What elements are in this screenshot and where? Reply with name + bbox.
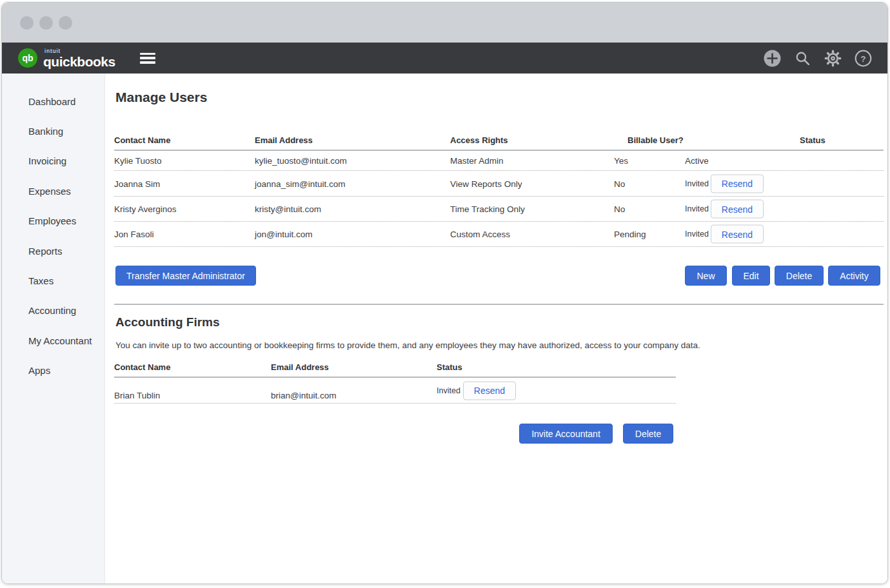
svg-text:?: ? <box>861 54 866 63</box>
col-status: Status <box>437 362 462 372</box>
sidebar-item-employees[interactable]: Employees <box>2 206 104 236</box>
sidebar-item-invoicing[interactable]: Invoicing <box>2 146 104 176</box>
section-divider <box>114 304 884 305</box>
content-area: Manage Users Contact Name Email Address … <box>105 74 887 583</box>
accounting-firms-table: Contact Name Email Address Status Brian … <box>114 361 676 404</box>
table-row[interactable]: Kylie Tuosto kylie_tuosto@intuit.com Mas… <box>114 151 884 171</box>
resend-button[interactable]: Resend <box>463 381 516 400</box>
cell-billable-user: No <box>614 204 625 214</box>
sidebar-item-my-accountant[interactable]: My Accountant <box>2 326 104 355</box>
activity-button[interactable]: Activity <box>828 266 880 286</box>
col-billable-user: Billable User? <box>628 135 684 145</box>
table-row[interactable]: Brian Tublin brian@intuit.com Invited Re… <box>114 378 676 404</box>
brand-quickbooks-label: quickbooks <box>43 55 115 68</box>
col-contact-name: Contact Name <box>114 135 170 145</box>
resend-button[interactable]: Resend <box>711 200 764 219</box>
cell-contact-name: Jon Fasoli <box>114 230 154 239</box>
cell-email-address: kylie_tuosto@intuit.com <box>255 156 347 166</box>
quickbooks-logo: qb intuit quickbooks <box>17 48 115 68</box>
main-area: Dashboard Banking Invoicing Expenses Emp… <box>2 74 887 583</box>
app-header: qb intuit quickbooks <box>2 43 887 74</box>
cell-contact-name: Brian Tublin <box>114 391 160 400</box>
col-contact-name: Contact Name <box>114 362 170 372</box>
sidebar-item-reports[interactable]: Reports <box>2 236 104 266</box>
cell-billable-user: No <box>614 179 625 188</box>
status-badge: Invited <box>685 204 709 213</box>
cell-email-address: kristy@intuit.com <box>255 204 321 214</box>
sidebar-item-apps[interactable]: Apps <box>2 356 104 386</box>
svg-text:qb: qb <box>22 53 33 63</box>
col-access-rights: Access Rights <box>450 135 508 145</box>
accounting-firms-title: Accounting Firms <box>115 315 220 329</box>
sidebar-item-banking[interactable]: Banking <box>2 116 104 146</box>
cell-contact-name: Kylie Tuosto <box>114 156 162 166</box>
cell-contact-name: Kristy Averginos <box>114 204 177 214</box>
sidebar-item-expenses[interactable]: Expenses <box>2 176 104 206</box>
qb-logo-icon: qb <box>17 48 38 68</box>
invite-accountant-button[interactable]: Invite Accountant <box>519 424 613 444</box>
create-plus-icon[interactable] <box>764 50 781 67</box>
brand-intuit-label: intuit <box>44 48 115 54</box>
window-zoom-button[interactable] <box>59 16 72 30</box>
resend-button[interactable]: Resend <box>711 225 764 244</box>
gear-icon[interactable] <box>824 50 842 67</box>
search-icon[interactable] <box>794 50 811 67</box>
sidebar-item-taxes[interactable]: Taxes <box>2 266 104 295</box>
cell-access-rights: Time Tracking Only <box>450 204 525 214</box>
table-row[interactable]: Jon Fasoli jon@intuit.com Custom Access … <box>114 222 884 247</box>
status-badge: Invited <box>685 230 709 239</box>
col-email-address: Email Address <box>255 135 313 145</box>
sidebar-item-accounting[interactable]: Accounting <box>2 296 104 326</box>
page-title: Manage Users <box>115 90 207 105</box>
col-status: Status <box>800 135 826 145</box>
sidebar-item-dashboard[interactable]: Dashboard <box>2 86 104 116</box>
new-button[interactable]: New <box>685 266 727 286</box>
cell-access-rights: Custom Access <box>450 230 510 239</box>
cell-billable-user: Pending <box>614 230 646 239</box>
window-titlebar <box>2 3 887 43</box>
sidebar: Dashboard Banking Invoicing Expenses Emp… <box>2 74 105 583</box>
help-icon[interactable]: ? <box>855 50 872 67</box>
manage-users-table-header: Contact Name Email Address Access Rights… <box>114 132 884 151</box>
col-email-address: Email Address <box>271 362 329 372</box>
edit-button[interactable]: Edit <box>732 266 770 286</box>
window-minimize-button[interactable] <box>39 16 53 30</box>
status-badge: Invited <box>437 386 460 395</box>
appbar-icon-group: ? <box>751 50 872 67</box>
status-badge: Active <box>685 156 709 166</box>
status-badge: Invited <box>685 179 709 188</box>
cell-billable-user: Yes <box>614 156 628 166</box>
accounting-firms-description: You can invite up to two accounting or b… <box>115 340 700 350</box>
delete-button[interactable]: Delete <box>775 266 824 286</box>
cell-email-address: joanna_sim@intuit.com <box>255 179 346 188</box>
manage-users-table: Contact Name Email Address Access Rights… <box>114 132 884 247</box>
resend-button[interactable]: Resend <box>711 174 764 193</box>
brand-wordmark: intuit quickbooks <box>43 48 115 68</box>
transfer-master-administrator-button[interactable]: Transfer Master Administrator <box>115 266 256 286</box>
cell-email-address: brian@intuit.com <box>271 391 337 400</box>
delete-accountant-button[interactable]: Delete <box>623 424 673 444</box>
window-close-button[interactable] <box>20 16 34 30</box>
app-window: qb intuit quickbooks <box>1 2 888 584</box>
cell-contact-name: Joanna Sim <box>114 179 160 188</box>
menu-icon[interactable] <box>140 53 155 64</box>
accounting-firms-table-header: Contact Name Email Address Status <box>114 361 676 378</box>
cell-access-rights: Master Admin <box>450 156 504 166</box>
table-row[interactable]: Kristy Averginos kristy@intuit.com Time … <box>114 197 884 222</box>
cell-access-rights: View Reports Only <box>450 179 522 188</box>
cell-email-address: jon@intuit.com <box>255 230 313 239</box>
table-row[interactable]: Joanna Sim joanna_sim@intuit.com View Re… <box>114 171 884 197</box>
